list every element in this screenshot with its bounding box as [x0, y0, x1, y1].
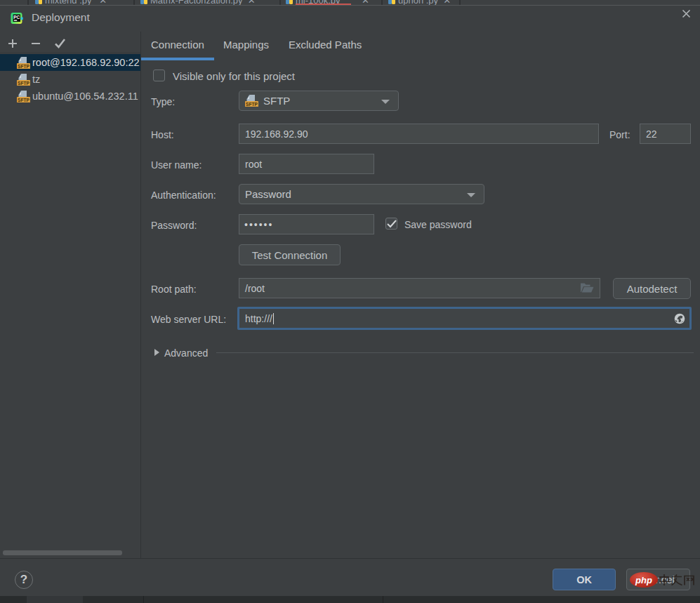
svg-text:SFTP: SFTP — [246, 102, 258, 107]
svg-text:PC: PC — [13, 15, 20, 20]
svg-text:SFTP: SFTP — [18, 64, 29, 69]
svg-text:SFTP: SFTP — [18, 98, 29, 102]
svg-text:SFTP: SFTP — [18, 81, 29, 86]
